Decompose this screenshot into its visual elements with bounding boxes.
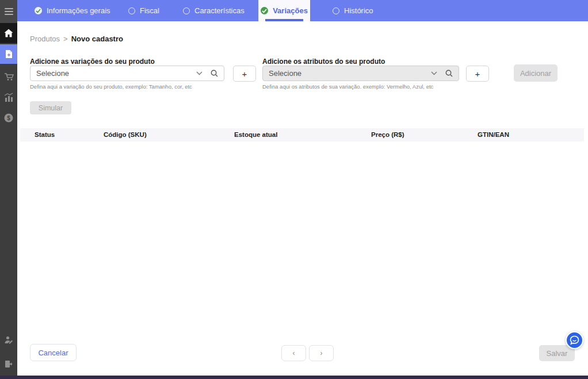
variations-select[interactable]: Selecione	[30, 66, 224, 81]
sidebar-item-account[interactable]	[0, 332, 17, 347]
check-circle-icon	[261, 7, 268, 14]
chevron-down-icon	[196, 71, 203, 75]
tab-informacoes-gerais[interactable]: Informações gerais	[35, 0, 110, 21]
variations-select-value: Selecione	[36, 69, 69, 78]
empty-circle-icon	[128, 7, 135, 14]
tab-label: Características	[194, 6, 245, 15]
sidebar-item-finance[interactable]: $	[0, 110, 17, 125]
sidebar-item-logout[interactable]	[0, 357, 17, 372]
chart-icon	[4, 93, 14, 102]
chat-widget-button[interactable]	[566, 331, 583, 349]
dollar-icon: $	[4, 113, 13, 122]
check-circle-icon	[35, 7, 42, 14]
simular-button[interactable]: Simular	[30, 101, 71, 114]
chevron-down-icon	[431, 71, 437, 75]
attributes-label: Adicione os atributos do seu produto	[262, 58, 385, 66]
add-attribute-button[interactable]: +	[466, 66, 489, 82]
sidebar-item-reports[interactable]	[0, 90, 17, 105]
breadcrumb: Produtos>Novo cadastro	[30, 35, 123, 43]
breadcrumb-separator: >	[63, 35, 68, 43]
cart-icon	[4, 72, 14, 82]
pagination-next-button[interactable]: ›	[309, 345, 334, 361]
tab-fiscal[interactable]: Fiscal	[128, 0, 159, 21]
sidebar: $	[0, 0, 17, 379]
sidebar-item-sales[interactable]	[0, 69, 17, 84]
variations-label: Adicione as variações do seu produto	[30, 58, 155, 66]
column-header-preco: Preço (R$)	[371, 131, 404, 138]
active-tab-underline	[265, 19, 303, 21]
tab-label: Fiscal	[140, 6, 159, 15]
sidebar-item-new-product[interactable]	[0, 44, 17, 64]
column-header-sku: Código (SKU)	[104, 131, 147, 138]
tab-label: Histórico	[344, 6, 373, 15]
sidebar-item-home[interactable]	[0, 23, 17, 43]
tab-historico[interactable]: Histórico	[333, 0, 373, 21]
bottom-window-edge	[0, 376, 588, 379]
column-header-gtin: GTIN/EAN	[478, 131, 509, 138]
variations-table-header: Status Código (SKU) Estoque atual Preço …	[20, 128, 584, 141]
adicionar-button[interactable]: Adicionar	[514, 64, 558, 82]
wizard-tab-bar: Informações gerais Fiscal Característica…	[17, 0, 588, 21]
column-header-estoque: Estoque atual	[234, 131, 277, 138]
tab-caracteristicas[interactable]: Características	[183, 0, 245, 21]
pagination-prev-button[interactable]: ‹	[281, 345, 306, 361]
tab-label: Variações	[273, 6, 308, 15]
logout-icon	[4, 359, 13, 369]
cancel-button[interactable]: Cancelar	[30, 344, 77, 361]
document-add-icon	[5, 49, 13, 59]
menu-toggle-button[interactable]	[0, 0, 17, 23]
svg-text:$: $	[7, 115, 10, 121]
empty-circle-icon	[183, 7, 190, 14]
tab-label: Informações gerais	[47, 6, 110, 15]
home-icon	[4, 29, 13, 37]
breadcrumb-parent[interactable]: Produtos	[30, 35, 60, 43]
variations-table-body-empty	[20, 141, 584, 337]
attributes-select[interactable]: Selecione	[262, 66, 459, 81]
attributes-helper-text: Defina aqui os atributos de sua variação…	[262, 83, 433, 90]
column-header-status: Status	[35, 131, 55, 138]
breadcrumb-current: Novo cadastro	[71, 35, 123, 43]
attributes-select-value: Selecione	[269, 69, 301, 78]
variations-helper-text: Defina aqui a variação do seu produto, e…	[30, 83, 192, 90]
tab-variacoes-active[interactable]: Variações	[258, 0, 310, 21]
search-icon[interactable]	[211, 70, 218, 77]
chat-bubble-icon	[570, 335, 579, 345]
search-icon[interactable]	[445, 70, 453, 77]
user-edit-icon	[4, 335, 13, 344]
hamburger-icon	[5, 8, 13, 9]
empty-circle-icon	[333, 7, 339, 14]
add-variation-button[interactable]: +	[233, 66, 256, 82]
